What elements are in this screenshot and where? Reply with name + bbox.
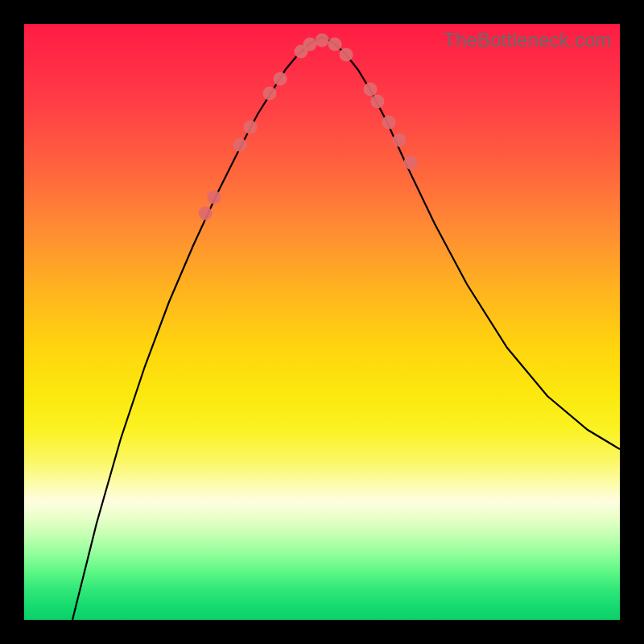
curve-marker (340, 48, 353, 62)
chart-svg (24, 24, 620, 620)
curve-marker (263, 87, 277, 101)
curve-marker (393, 134, 407, 147)
curve-marker (404, 156, 418, 170)
curve-marker (244, 121, 258, 134)
bottleneck-curve (72, 37, 620, 620)
curve-marker (208, 191, 221, 204)
curve-marker (233, 138, 247, 152)
curve-markers (199, 34, 418, 221)
curve-marker (274, 72, 287, 86)
curve-marker (316, 34, 329, 47)
curve-marker (199, 207, 213, 221)
curve-marker (371, 95, 385, 109)
outer-frame: TheBottleneck.com (0, 0, 644, 644)
plot-area: TheBottleneck.com (24, 24, 620, 620)
curve-marker (303, 38, 317, 52)
curve-marker (328, 38, 342, 52)
curve-marker (382, 116, 396, 130)
curve-marker (364, 83, 378, 97)
